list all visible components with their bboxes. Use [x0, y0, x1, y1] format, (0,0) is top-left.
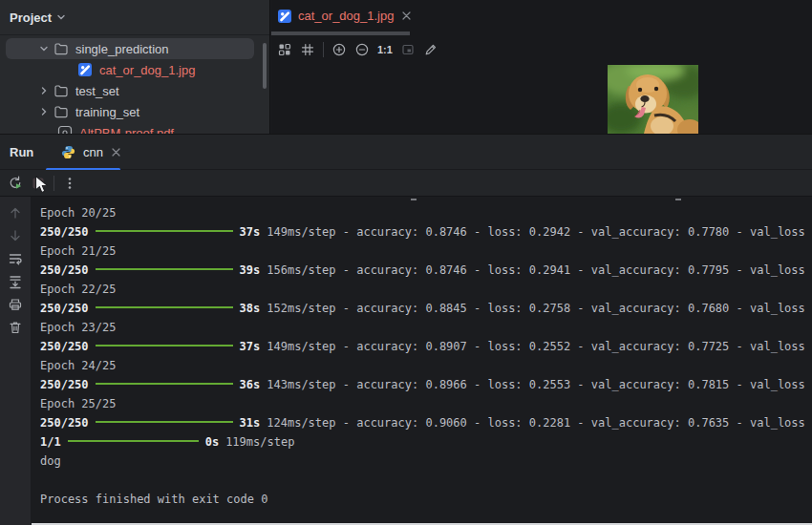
project-panel-header[interactable]: Project [0, 0, 269, 35]
run-tab-label: cnn [83, 145, 103, 159]
run-tab-cnn[interactable]: cnn [46, 135, 120, 170]
console-progress-line: 250/25036s143ms/step - accuracy: 0.8966 … [40, 375, 812, 394]
editor-tab-label: cat_or_dog_1.jpg [298, 9, 394, 23]
clipped-line-fragment [675, 199, 681, 200]
clipped-line-fragment [411, 199, 417, 200]
progress-bar [96, 421, 233, 423]
console-final-progress-line: 1/10s119ms/step [40, 432, 812, 452]
folder-icon [53, 41, 69, 56]
zoom-in-icon[interactable] [331, 42, 347, 57]
console-epoch-header: Epoch 20/25 [40, 203, 812, 222]
project-tool-window: Project single_prediction cat_or_d [0, 0, 270, 134]
console-epoch-header: Epoch 25/25 [40, 394, 812, 413]
fit-window-icon[interactable] [400, 42, 416, 57]
tree-item-label: test_set [75, 84, 119, 98]
ide-window: Project single_prediction cat_or_d [0, 0, 812, 525]
project-tree-scrollbar[interactable] [263, 43, 267, 89]
tree-item-cat-or-dog-jpg[interactable]: cat_or_dog_1.jpg [0, 59, 269, 80]
progress-bar [96, 345, 233, 346]
folder-icon [53, 104, 69, 119]
tree-item-label: single_prediction [75, 42, 169, 56]
console-progress-line: 250/25038s152ms/step - accuracy: 0.8845 … [40, 299, 812, 318]
progress-bar [68, 440, 199, 442]
tree-item-test-set[interactable]: test_set [0, 80, 269, 101]
tabbar-scrollbar[interactable] [271, 32, 410, 35]
console-exit-message: Process finished with exit code 0 [40, 490, 812, 509]
console-gutter-toolbar [0, 197, 32, 525]
console-progress-line: 250/25037s149ms/step - accuracy: 0.8746 … [40, 222, 812, 242]
run-tool-window: Run cnn [0, 134, 812, 525]
stop-icon[interactable] [31, 176, 46, 191]
up-stack-trace-icon[interactable] [8, 205, 23, 220]
progress-bar [96, 268, 233, 270]
down-stack-trace-icon[interactable] [8, 228, 23, 243]
scroll-to-end-icon[interactable] [8, 274, 23, 289]
editor-tab-cat-or-dog-jpg[interactable]: cat_or_dog_1.jpg [271, 0, 411, 32]
image-toolbar: 1:1 [277, 42, 438, 57]
chevron-down-icon[interactable] [38, 43, 50, 54]
grid-icon[interactable] [300, 42, 315, 57]
run-toolbar [0, 170, 812, 197]
dog-photo [608, 65, 698, 134]
image-file-icon [77, 62, 93, 77]
console-epoch-header: Epoch 21/25 [40, 242, 812, 261]
tree-item-pdf-file[interactable]: AltPBM-proof.pdf [0, 122, 269, 134]
progress-bar [96, 230, 233, 232]
run-panel-header: Run cnn [0, 135, 812, 170]
console-prediction-result: dog [40, 452, 812, 471]
rerun-icon[interactable] [8, 176, 23, 191]
chessboard-icon[interactable] [277, 42, 292, 57]
actual-size-button[interactable]: 1:1 [377, 44, 393, 55]
tree-item-training-set[interactable]: training_set [0, 101, 269, 122]
console-epoch-header: Epoch 23/25 [40, 318, 812, 337]
tree-item-label: cat_or_dog_1.jpg [99, 63, 195, 77]
zoom-out-icon[interactable] [354, 42, 370, 57]
chevron-down-icon [56, 12, 66, 22]
tree-item-single-prediction[interactable]: single_prediction [0, 38, 269, 59]
toolbar-separator [323, 42, 324, 57]
run-panel-title: Run [10, 135, 33, 170]
progress-bar [96, 383, 233, 385]
close-icon[interactable] [112, 148, 120, 157]
file-icon [57, 125, 73, 134]
folder-icon [53, 83, 69, 98]
console-epoch-header: Epoch 22/25 [40, 280, 812, 299]
image-editor: cat_or_dog_1.jpg 1:1 [271, 0, 812, 134]
edit-externally-icon[interactable] [423, 42, 438, 57]
console-blank-line [40, 471, 812, 490]
soft-wrap-icon[interactable] [8, 251, 23, 266]
chevron-right-icon[interactable] [38, 106, 50, 117]
tree-item-label: AltPBM-proof.pdf [79, 126, 174, 135]
chevron-right-icon[interactable] [38, 85, 50, 96]
console-progress-line: 250/25031s124ms/step - accuracy: 0.9060 … [40, 413, 812, 432]
more-options-icon[interactable] [62, 176, 77, 191]
project-panel-title: Project [10, 10, 52, 25]
print-icon[interactable] [8, 297, 23, 312]
clear-all-icon[interactable] [8, 320, 23, 335]
run-console[interactable]: Epoch 20/25 250/25037s149ms/step - accur… [0, 197, 812, 525]
project-tree: single_prediction cat_or_dog_1.jpg test_… [0, 35, 269, 134]
progress-bar [96, 306, 233, 308]
console-progress-line: 250/25039s156ms/step - accuracy: 0.8746 … [40, 261, 812, 280]
console-progress-line: 250/25037s149ms/step - accuracy: 0.8907 … [40, 337, 812, 356]
python-icon [61, 145, 76, 160]
image-file-icon [277, 9, 292, 24]
close-icon[interactable] [402, 11, 411, 20]
tree-item-label: training_set [75, 105, 139, 119]
toolbar-separator [53, 176, 54, 191]
console-epoch-header: Epoch 24/25 [40, 356, 812, 375]
